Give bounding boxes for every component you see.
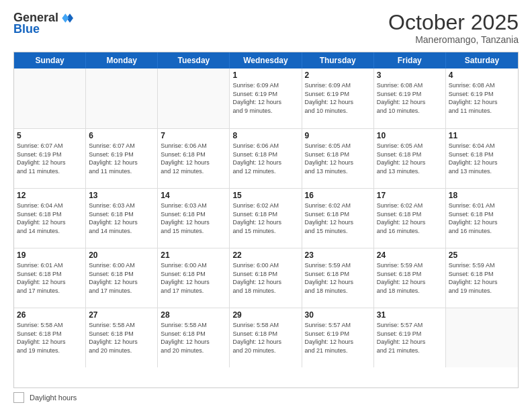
day-number: 20: [89, 250, 154, 260]
day-number: 30: [305, 310, 371, 320]
footer: Daylight hours: [13, 392, 519, 403]
calendar-cell: 24Sunrise: 5:59 AM Sunset: 6:18 PM Dayli…: [374, 248, 446, 308]
day-number: 13: [89, 191, 154, 200]
weekday-header: Wednesday: [230, 52, 302, 68]
page: General Blue October 2025 Maneromango, T…: [0, 0, 532, 411]
logo: General Blue: [13, 11, 73, 36]
calendar-cell: 17Sunrise: 6:02 AM Sunset: 6:18 PM Dayli…: [374, 189, 446, 248]
calendar-row: 5Sunrise: 6:07 AM Sunset: 6:19 PM Daylig…: [14, 128, 518, 188]
cell-info: Sunrise: 6:04 AM Sunset: 6:18 PM Dayligh…: [449, 142, 515, 175]
calendar-cell: 7Sunrise: 6:06 AM Sunset: 6:18 PM Daylig…: [158, 129, 230, 188]
calendar: SundayMondayTuesdayWednesdayThursdayFrid…: [13, 52, 519, 388]
cell-info: Sunrise: 5:58 AM Sunset: 6:18 PM Dayligh…: [89, 321, 154, 355]
footer-label: Daylight hours: [30, 394, 77, 402]
day-number: 11: [449, 131, 515, 140]
cell-info: Sunrise: 5:57 AM Sunset: 6:19 PM Dayligh…: [305, 321, 371, 355]
calendar-row: 1Sunrise: 6:09 AM Sunset: 6:19 PM Daylig…: [14, 68, 518, 128]
cell-info: Sunrise: 5:57 AM Sunset: 6:19 PM Dayligh…: [377, 321, 443, 355]
weekday-header: Thursday: [302, 52, 374, 68]
calendar-cell: 2Sunrise: 6:09 AM Sunset: 6:19 PM Daylig…: [302, 68, 374, 128]
calendar-cell: 21Sunrise: 6:00 AM Sunset: 6:18 PM Dayli…: [158, 248, 230, 308]
title-section: October 2025 Maneromango, Tanzania: [388, 11, 519, 45]
cell-info: Sunrise: 6:00 AM Sunset: 6:18 PM Dayligh…: [161, 261, 226, 295]
day-number: 22: [232, 250, 298, 260]
day-number: 21: [161, 250, 226, 260]
cell-info: Sunrise: 5:59 AM Sunset: 6:18 PM Dayligh…: [449, 261, 515, 295]
logo-blue: Blue: [13, 22, 40, 36]
cell-info: Sunrise: 6:01 AM Sunset: 6:18 PM Dayligh…: [449, 201, 515, 235]
calendar-cell: 9Sunrise: 6:05 AM Sunset: 6:18 PM Daylig…: [302, 129, 374, 188]
calendar-cell: 4Sunrise: 6:08 AM Sunset: 6:19 PM Daylig…: [446, 68, 518, 128]
day-number: 7: [161, 131, 226, 140]
day-number: 31: [377, 310, 443, 320]
cell-info: Sunrise: 6:01 AM Sunset: 6:18 PM Dayligh…: [17, 261, 83, 295]
cell-info: Sunrise: 6:03 AM Sunset: 6:18 PM Dayligh…: [161, 201, 226, 235]
month-title: October 2025: [388, 11, 519, 34]
calendar-cell: 12Sunrise: 6:04 AM Sunset: 6:18 PM Dayli…: [14, 189, 86, 248]
day-number: 26: [17, 310, 83, 320]
svg-marker-1: [62, 13, 69, 22]
cell-info: Sunrise: 6:04 AM Sunset: 6:18 PM Dayligh…: [17, 201, 83, 235]
cell-info: Sunrise: 6:06 AM Sunset: 6:18 PM Dayligh…: [161, 142, 226, 175]
calendar-cell: 11Sunrise: 6:04 AM Sunset: 6:18 PM Dayli…: [446, 129, 518, 188]
daylight-box: [13, 392, 24, 403]
day-number: 9: [305, 131, 371, 140]
day-number: 28: [161, 310, 226, 320]
cell-info: Sunrise: 6:06 AM Sunset: 6:18 PM Dayligh…: [232, 142, 298, 175]
cell-info: Sunrise: 6:09 AM Sunset: 6:19 PM Dayligh…: [232, 81, 298, 115]
cell-info: Sunrise: 6:07 AM Sunset: 6:19 PM Dayligh…: [17, 142, 83, 175]
cell-info: Sunrise: 6:00 AM Sunset: 6:18 PM Dayligh…: [232, 261, 298, 295]
calendar-cell: 14Sunrise: 6:03 AM Sunset: 6:18 PM Dayli…: [158, 189, 230, 248]
calendar-cell: 5Sunrise: 6:07 AM Sunset: 6:19 PM Daylig…: [14, 129, 86, 188]
weekday-header: Monday: [86, 52, 158, 68]
logo-icon: [60, 11, 73, 25]
calendar-row: 12Sunrise: 6:04 AM Sunset: 6:18 PM Dayli…: [14, 188, 518, 248]
location: Maneromango, Tanzania: [388, 34, 519, 45]
day-number: 25: [449, 250, 515, 260]
day-number: 12: [17, 191, 83, 200]
cell-info: Sunrise: 6:05 AM Sunset: 6:18 PM Dayligh…: [305, 142, 371, 175]
calendar-row: 19Sunrise: 6:01 AM Sunset: 6:18 PM Dayli…: [14, 248, 518, 308]
calendar-header: SundayMondayTuesdayWednesdayThursdayFrid…: [14, 52, 518, 68]
calendar-cell: 28Sunrise: 5:58 AM Sunset: 6:18 PM Dayli…: [158, 308, 230, 367]
calendar-cell: 1Sunrise: 6:09 AM Sunset: 6:19 PM Daylig…: [230, 68, 302, 128]
cell-info: Sunrise: 5:59 AM Sunset: 6:18 PM Dayligh…: [377, 261, 443, 295]
calendar-cell: 10Sunrise: 6:05 AM Sunset: 6:18 PM Dayli…: [374, 129, 446, 188]
day-number: 24: [377, 250, 443, 260]
day-number: 8: [232, 131, 298, 140]
cell-info: Sunrise: 6:00 AM Sunset: 6:18 PM Dayligh…: [89, 261, 154, 295]
day-number: 29: [232, 310, 298, 320]
weekday-header: Tuesday: [158, 52, 230, 68]
day-number: 16: [305, 191, 371, 200]
calendar-cell: [14, 68, 86, 128]
weekday-header: Saturday: [446, 52, 518, 68]
calendar-cell: 26Sunrise: 5:58 AM Sunset: 6:18 PM Dayli…: [14, 308, 86, 367]
cell-info: Sunrise: 5:58 AM Sunset: 6:18 PM Dayligh…: [232, 321, 298, 355]
calendar-body: 1Sunrise: 6:09 AM Sunset: 6:19 PM Daylig…: [14, 68, 518, 367]
day-number: 5: [17, 131, 83, 140]
day-number: 14: [161, 191, 226, 200]
calendar-cell: 19Sunrise: 6:01 AM Sunset: 6:18 PM Dayli…: [14, 248, 86, 308]
calendar-cell: 8Sunrise: 6:06 AM Sunset: 6:18 PM Daylig…: [230, 129, 302, 188]
day-number: 10: [377, 131, 443, 140]
calendar-row: 26Sunrise: 5:58 AM Sunset: 6:18 PM Dayli…: [14, 308, 518, 367]
cell-info: Sunrise: 5:58 AM Sunset: 6:18 PM Dayligh…: [17, 321, 83, 355]
calendar-cell: 13Sunrise: 6:03 AM Sunset: 6:18 PM Dayli…: [86, 189, 158, 248]
cell-info: Sunrise: 6:02 AM Sunset: 6:18 PM Dayligh…: [232, 201, 298, 235]
calendar-cell: 31Sunrise: 5:57 AM Sunset: 6:19 PM Dayli…: [374, 308, 446, 367]
cell-info: Sunrise: 6:03 AM Sunset: 6:18 PM Dayligh…: [89, 201, 154, 235]
calendar-cell: 16Sunrise: 6:02 AM Sunset: 6:18 PM Dayli…: [302, 189, 374, 248]
calendar-cell: [86, 68, 158, 128]
day-number: 3: [377, 71, 443, 80]
calendar-cell: 25Sunrise: 5:59 AM Sunset: 6:18 PM Dayli…: [446, 248, 518, 308]
calendar-cell: 20Sunrise: 6:00 AM Sunset: 6:18 PM Dayli…: [86, 248, 158, 308]
calendar-cell: 6Sunrise: 6:07 AM Sunset: 6:19 PM Daylig…: [86, 129, 158, 188]
cell-info: Sunrise: 6:08 AM Sunset: 6:19 PM Dayligh…: [449, 81, 515, 115]
cell-info: Sunrise: 6:09 AM Sunset: 6:19 PM Dayligh…: [305, 81, 371, 115]
cell-info: Sunrise: 6:02 AM Sunset: 6:18 PM Dayligh…: [305, 201, 371, 235]
calendar-cell: 3Sunrise: 6:08 AM Sunset: 6:19 PM Daylig…: [374, 68, 446, 128]
cell-info: Sunrise: 6:08 AM Sunset: 6:19 PM Dayligh…: [377, 81, 443, 115]
calendar-cell: [158, 68, 230, 128]
cell-info: Sunrise: 6:05 AM Sunset: 6:18 PM Dayligh…: [377, 142, 443, 175]
day-number: 1: [232, 71, 298, 80]
